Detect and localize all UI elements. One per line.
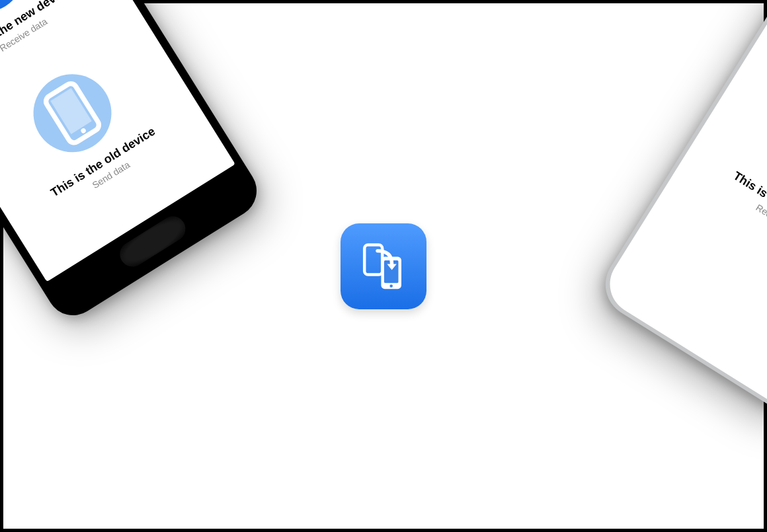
svg-point-12 (389, 284, 393, 287)
svg-point-5 (80, 128, 87, 134)
svg-rect-4 (50, 88, 92, 134)
option-old-device[interactable]: This is the old device Send data (0, 21, 208, 238)
old-black-phone: This is the new device Receive data This… (0, 0, 266, 325)
illustration-frame: This is the new device Receive data This… (0, 0, 767, 532)
svg-rect-0 (0, 0, 13, 5)
phone-clone-app-icon (341, 223, 426, 309)
new-white-phone: 5G 18:08 ••• Phone Clone The easiest way… (593, 0, 767, 421)
option-new-device[interactable]: ✦ This is the new device Receive data (680, 65, 767, 287)
